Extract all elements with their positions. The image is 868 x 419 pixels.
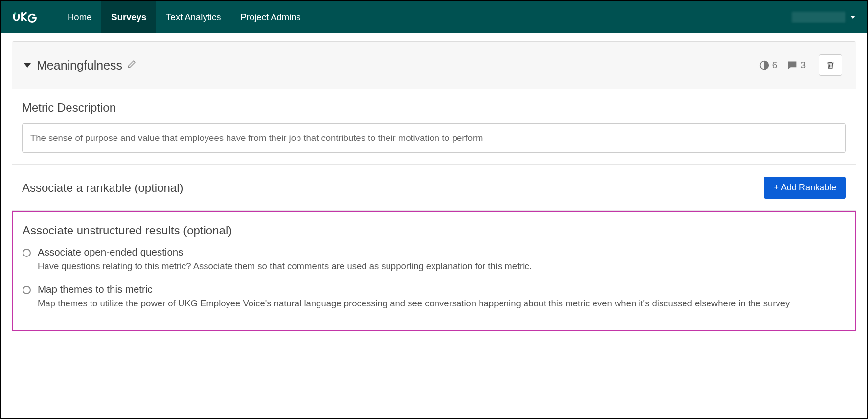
collapse-caret-icon[interactable]: [24, 63, 31, 68]
associate-unstructured-section: Associate unstructured results (optional…: [12, 211, 856, 331]
radio-icon: [23, 286, 31, 294]
radio-label: Map themes to this metric: [38, 283, 845, 295]
delete-button[interactable]: [819, 54, 842, 76]
metric-description-section: Metric Description: [12, 89, 856, 165]
user-name-redacted: [792, 12, 845, 23]
associate-rankable-title: Associate a rankable (optional): [22, 181, 183, 195]
header-stats: 6 3: [759, 60, 806, 70]
nav-item-text-analytics[interactable]: Text Analytics: [156, 1, 230, 33]
panel-header: Meaningfulness 6: [12, 42, 856, 89]
associate-rankable-section: Associate a rankable (optional) + Add Ra…: [12, 165, 856, 211]
radio-label: Associate open-ended questions: [38, 246, 845, 258]
radio-icon: [23, 249, 31, 257]
radio-description: Map themes to utilize the power of UKG E…: [38, 297, 845, 310]
user-menu[interactable]: [780, 1, 867, 33]
chevron-down-icon: [850, 16, 855, 19]
brand-logo[interactable]: [13, 1, 40, 33]
nav-item-home[interactable]: Home: [58, 1, 101, 33]
stat-contrast: 6: [759, 60, 777, 70]
associate-unstructured-title: Associate unstructured results (optional…: [23, 224, 845, 237]
nav-item-project-admins[interactable]: Project Admins: [230, 1, 310, 33]
radio-description: Have questions relating to this metric? …: [38, 260, 845, 273]
comment-icon: [787, 60, 798, 70]
radio-option-open-ended[interactable]: Associate open-ended questions Have ques…: [23, 246, 845, 273]
add-rankable-button[interactable]: + Add Rankable: [764, 177, 846, 199]
contrast-icon: [759, 60, 769, 70]
nav-item-surveys[interactable]: Surveys: [101, 1, 156, 33]
metric-description-input[interactable]: [22, 123, 846, 153]
radio-option-map-themes[interactable]: Map themes to this metric Map themes to …: [23, 283, 845, 310]
metric-panel: Meaningfulness 6: [12, 41, 856, 331]
stat-contrast-value: 6: [772, 60, 777, 70]
panel-title: Meaningfulness: [37, 58, 122, 72]
edit-title-icon[interactable]: [127, 60, 136, 70]
top-navbar: Home Surveys Text Analytics Project Admi…: [1, 1, 867, 33]
trash-icon: [826, 60, 835, 70]
nav-items: Home Surveys Text Analytics Project Admi…: [58, 1, 311, 33]
stat-comments-value: 3: [800, 60, 806, 70]
stat-comments: 3: [787, 60, 806, 70]
metric-description-title: Metric Description: [22, 101, 846, 115]
